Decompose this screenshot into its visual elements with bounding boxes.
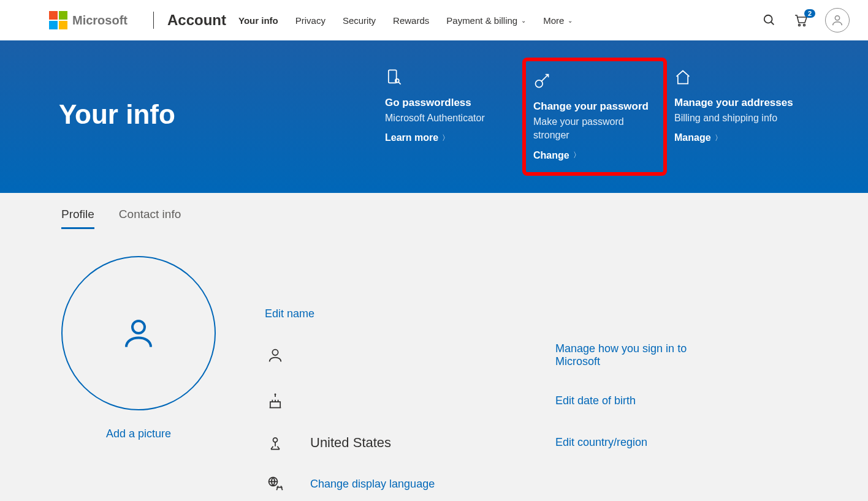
header: Microsoft Account Your info Privacy Secu… (0, 0, 868, 40)
svg-point-3 (804, 24, 805, 26)
svg-line-1 (771, 22, 774, 25)
action-label: Change (533, 150, 569, 161)
hero-card-title: Go passwordless (385, 97, 515, 109)
hero-card-passwordless: Go passwordless Microsoft Authenticator … (378, 65, 522, 168)
location-icon (267, 434, 284, 451)
action-label: Manage (674, 132, 711, 143)
nav-label: More (543, 15, 564, 26)
page-title: Your info (59, 65, 341, 168)
chevron-down-icon: ⌄ (521, 17, 526, 24)
hero-cards: Go passwordless Microsoft Authenticator … (378, 65, 819, 168)
site-title[interactable]: Account (167, 12, 226, 29)
country-value: United States (310, 435, 531, 451)
chevron-down-icon: ⌄ (568, 17, 573, 24)
microsoft-logo[interactable]: Microsoft (49, 11, 128, 29)
nav-label: Privacy (295, 15, 326, 26)
hero-card-desc: Billing and shipping info (674, 111, 804, 125)
profile-picture-placeholder[interactable] (61, 256, 216, 410)
svg-point-2 (799, 24, 801, 26)
svg-point-10 (273, 438, 278, 442)
microsoft-logo-icon (49, 11, 67, 29)
nav-label: Payment & billing (446, 15, 517, 26)
nav-label: Security (343, 15, 376, 26)
nav-more[interactable]: More ⌄ (543, 15, 573, 26)
nav-payment-billing[interactable]: Payment & billing ⌄ (446, 15, 526, 26)
row-country: United States Edit country/region (265, 434, 868, 451)
phone-key-icon (385, 69, 402, 86)
header-actions: 2 (763, 8, 850, 32)
nav-label: Your info (238, 15, 278, 26)
manage-signin-link[interactable]: Manage how you sign in to Microsoft (555, 342, 715, 368)
tab-profile[interactable]: Profile (61, 208, 94, 229)
person-icon (267, 347, 284, 364)
hero-card-title: Manage your addresses (674, 97, 804, 109)
person-icon (120, 315, 157, 352)
cart-button[interactable]: 2 (793, 13, 808, 28)
hero-card-change-password: Change your password Make your password … (522, 58, 667, 176)
change-language-link[interactable]: Change display language (310, 478, 435, 491)
add-picture-link[interactable]: Add a picture (61, 428, 216, 440)
nav-label: Rewards (393, 15, 429, 26)
hero-card-title: Change your password (533, 100, 656, 113)
manage-addresses-link[interactable]: Manage 〉 (674, 132, 804, 143)
home-icon (674, 69, 691, 86)
row-language: Change display language (265, 476, 868, 493)
svg-point-0 (764, 15, 772, 23)
hero-card-addresses: Manage your addresses Billing and shippi… (667, 65, 812, 168)
microsoft-logo-text: Microsoft (72, 13, 128, 28)
change-password-link[interactable]: Change 〉 (533, 150, 656, 161)
nav-privacy[interactable]: Privacy (295, 15, 326, 26)
header-divider (153, 12, 154, 29)
nav-rewards[interactable]: Rewards (393, 15, 429, 26)
chevron-right-icon: 〉 (573, 150, 581, 160)
account-avatar[interactable] (825, 8, 850, 32)
profile-tabs: Profile Contact info (0, 193, 868, 229)
svg-point-4 (835, 16, 839, 20)
edit-dob-link[interactable]: Edit date of birth (555, 394, 636, 407)
nav-security[interactable]: Security (343, 15, 376, 26)
svg-point-8 (132, 321, 145, 333)
key-icon (533, 72, 550, 89)
search-icon (763, 13, 776, 27)
row-signin: Manage how you sign in to Microsoft (265, 342, 868, 368)
cake-icon (267, 393, 284, 410)
hero-banner: Your info Go passwordless Microsoft Auth… (0, 40, 868, 193)
hero-card-desc: Microsoft Authenticator (385, 111, 515, 125)
hero-card-desc: Make your password stronger (533, 115, 656, 143)
edit-country-link[interactable]: Edit country/region (555, 436, 647, 449)
row-dob: Edit date of birth (265, 393, 868, 410)
main-nav: Your info Privacy Security Rewards Payme… (238, 15, 573, 26)
search-button[interactable] (763, 13, 776, 27)
learn-more-link[interactable]: Learn more 〉 (385, 132, 515, 143)
svg-point-9 (272, 349, 278, 355)
cart-badge: 2 (804, 9, 815, 18)
info-column: Edit name Manage how you sign in to Micr… (265, 256, 868, 501)
tab-contact-info[interactable]: Contact info (119, 208, 181, 229)
edit-name-link[interactable]: Edit name (265, 307, 868, 320)
picture-column: Add a picture (61, 256, 216, 501)
chevron-right-icon: 〉 (442, 133, 449, 143)
action-label: Learn more (385, 132, 438, 143)
profile-section: Add a picture Edit name Manage how you s… (0, 229, 868, 501)
globe-language-icon (267, 476, 284, 493)
chevron-right-icon: 〉 (715, 133, 722, 143)
nav-your-info[interactable]: Your info (238, 15, 278, 26)
person-icon (831, 13, 844, 27)
